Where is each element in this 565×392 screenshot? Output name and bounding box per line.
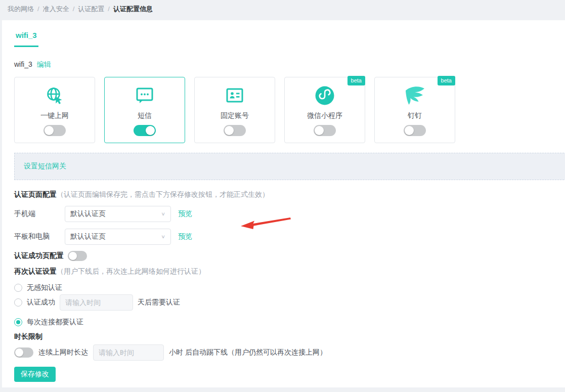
beta-badge: beta (347, 76, 365, 85)
breadcrumb-item[interactable]: 我的网络 (8, 5, 34, 13)
tablet-pc-page-select[interactable]: 默认认证页 ∨ (65, 229, 171, 245)
auth-method-cards: 一键上网 短信 (14, 77, 565, 143)
reauth-option-seamless[interactable]: 无感知认证 (14, 283, 565, 293)
duration-limit-title: 时长限制 (14, 332, 565, 341)
network-name: wifi_3 (14, 60, 32, 68)
reauth-option-every-time[interactable]: 每次连接都要认证 (14, 317, 565, 327)
success-page-config-label: 认证成功页配置 (14, 251, 64, 260)
network-name-row: wifi_3编辑 (14, 60, 565, 69)
card-label: 钉钉 (408, 111, 422, 120)
dingtalk-icon (403, 84, 426, 107)
card-label: 一键上网 (40, 111, 69, 120)
card-sms[interactable]: 短信 (104, 77, 185, 143)
duration-limit-toggle[interactable] (14, 347, 33, 358)
card-dingtalk[interactable]: beta 钉钉 (374, 77, 455, 143)
duration-label-suffix: 小时 后自动踢下线（用户仍然可以再次连接上网） (169, 348, 327, 357)
sms-gateway-banner: 设置短信网关 (14, 153, 565, 180)
breadcrumb-separator: / (73, 5, 75, 13)
radio-label-prefix: 认证成功 (27, 298, 55, 307)
section-note: （用户下线后，再次连上此网络如何进行认证） (57, 267, 205, 275)
section-note: （认证页面编辑保存完，需点击下方保存修改按钮，才能正式生效） (57, 190, 269, 198)
duration-limit-row: 连续上网时长达 小时 后自动踢下线（用户仍然可以再次连接上网） (14, 344, 565, 361)
breadcrumb-separator: / (37, 5, 39, 13)
sms-message-icon (135, 84, 155, 107)
sms-gateway-link[interactable]: 设置短信网关 (24, 162, 66, 171)
breadcrumb-current: 认证配置信息 (113, 5, 153, 13)
chevron-down-icon: ∨ (161, 211, 165, 216)
section-title: 认证页面配置 (14, 190, 57, 198)
radio-label: 无感知认证 (27, 283, 62, 292)
card-label: 固定账号 (221, 111, 249, 120)
breadcrumb-separator: / (108, 5, 110, 13)
select-value: 默认认证页 (70, 209, 106, 219)
card-one-key-internet[interactable]: 一键上网 (14, 77, 95, 143)
beta-badge: beta (438, 76, 455, 85)
chevron-down-icon: ∨ (161, 234, 165, 239)
globe-network-icon (45, 84, 65, 107)
mobile-page-select[interactable]: 默认认证页 ∨ (65, 206, 171, 222)
section-title: 时长限制 (14, 332, 42, 340)
one-key-internet-toggle[interactable] (44, 125, 66, 136)
reauth-option-after-days[interactable]: 认证成功 天后需要认证 (14, 294, 565, 311)
card-label: 微信小程序 (307, 111, 342, 120)
dingtalk-toggle[interactable] (404, 125, 426, 136)
breadcrumb-item[interactable]: 认证配置 (78, 5, 104, 13)
card-label: 短信 (138, 111, 152, 120)
save-button[interactable]: 保存修改 (14, 367, 56, 382)
duration-label-prefix: 连续上网时长达 (38, 348, 88, 357)
page: 我的网络/准入安全/认证配置/认证配置信息 wifi_3 wifi_3编辑 (0, 0, 565, 392)
edit-link[interactable]: 编辑 (37, 60, 51, 68)
mobile-preview-link[interactable]: 预览 (178, 209, 192, 219)
auth-page-config-title: 认证页面配置（认证页面编辑保存完，需点击下方保存修改按钮，才能正式生效） (14, 190, 565, 199)
mobile-label: 手机端 (14, 209, 65, 219)
select-value: 默认认证页 (70, 232, 106, 241)
breadcrumb-item[interactable]: 准入安全 (43, 5, 69, 13)
id-card-icon (225, 84, 244, 107)
mobile-page-row: 手机端 默认认证页 ∨ 预览 (14, 206, 565, 222)
tablet-pc-label: 平板和电脑 (14, 232, 65, 241)
success-page-config-row: 认证成功页配置 (14, 251, 565, 261)
tab-wifi-3[interactable]: wifi_3 (14, 30, 38, 47)
card-fixed-account[interactable]: 固定账号 (194, 77, 275, 143)
fixed-account-toggle[interactable] (224, 125, 246, 136)
radio-button[interactable] (14, 284, 22, 292)
wechat-miniprogram-icon (314, 84, 336, 107)
duration-hours-input[interactable] (93, 344, 164, 361)
reauth-settings-title: 再次认证设置（用户下线后，再次连上此网络如何进行认证） (14, 267, 565, 276)
reauth-days-input[interactable] (60, 294, 133, 311)
section-title: 再次认证设置 (14, 267, 57, 275)
success-page-config-toggle[interactable] (68, 251, 87, 261)
tablet-pc-preview-link[interactable]: 预览 (178, 232, 192, 241)
card-wechat-miniprogram[interactable]: beta 微信小程序 (284, 77, 365, 143)
breadcrumb: 我的网络/准入安全/认证配置/认证配置信息 (0, 0, 565, 14)
radio-button[interactable] (14, 298, 22, 307)
radio-label-suffix: 天后需要认证 (138, 298, 180, 307)
tablet-pc-page-row: 平板和电脑 默认认证页 ∨ 预览 (14, 229, 565, 245)
radio-label: 每次连接都要认证 (27, 318, 83, 327)
wechat-miniprogram-toggle[interactable] (314, 125, 336, 136)
content-panel: wifi_3 wifi_3编辑 一键上网 (2, 20, 565, 387)
radio-button-checked[interactable] (14, 318, 22, 326)
sms-toggle[interactable] (134, 125, 156, 136)
